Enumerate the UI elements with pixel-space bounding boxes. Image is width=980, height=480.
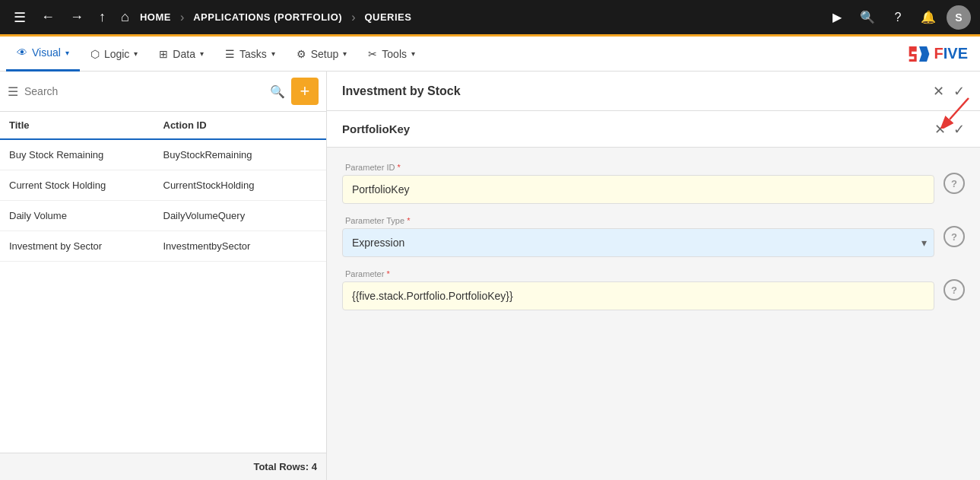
table-row[interactable]: Investment by Sector InvestmentbySector xyxy=(0,231,326,262)
nav-item-data[interactable]: ⊞ Data ▾ xyxy=(148,37,214,72)
hamburger-icon[interactable]: ☰ xyxy=(9,6,30,29)
logic-icon: ⬡ xyxy=(90,48,100,60)
tools-label: Tools xyxy=(382,48,407,60)
five-logo-icon xyxy=(904,43,934,65)
investment-panel-header: Investment by Stock ✕ ✓ xyxy=(327,72,980,111)
up-icon[interactable]: ↑ xyxy=(94,6,110,28)
breadcrumb-sep-1: › xyxy=(180,11,184,24)
svg-marker-1 xyxy=(919,46,929,62)
parameter-type-help-icon[interactable]: ? xyxy=(944,226,965,247)
sub-panel-check-container: ✓ xyxy=(953,121,965,138)
parameter-field: Parameter * xyxy=(342,269,934,310)
row-title: Daily Volume xyxy=(9,210,163,221)
back-icon[interactable]: ← xyxy=(36,6,59,28)
row-title: Current Stock Holding xyxy=(9,180,163,191)
logic-caret: ▾ xyxy=(134,49,138,58)
add-button[interactable]: + xyxy=(291,78,319,105)
table-header: Title Action ID xyxy=(0,112,326,140)
parameter-input[interactable] xyxy=(342,281,934,310)
filter-icon: ☰ xyxy=(8,84,18,99)
play-icon[interactable]: ▶ xyxy=(825,5,849,30)
forward-icon[interactable]: → xyxy=(65,6,88,28)
top-navigation: ☰ ← → ↑ ⌂ HOME › APPLICATIONS (PORTFOLIO… xyxy=(0,0,980,37)
panel-save-button[interactable]: ✓ xyxy=(953,83,965,100)
parameter-id-label: Parameter ID * xyxy=(342,163,934,172)
sub-check-icon: ✓ xyxy=(953,121,965,138)
row-action-id: BuyStockRemaining xyxy=(163,149,318,161)
visual-caret: ▾ xyxy=(65,49,69,57)
search-bar: ☰ 🔍 + xyxy=(0,72,326,112)
parameter-id-help-icon[interactable]: ? xyxy=(944,173,965,194)
search-icon[interactable]: 🔍 xyxy=(270,84,285,99)
table-row[interactable]: Buy Stock Remaining BuyStockRemaining xyxy=(0,140,326,170)
row-action-id: InvestmentbySector xyxy=(163,240,318,252)
setup-caret: ▾ xyxy=(343,49,347,58)
data-icon: ⊞ xyxy=(159,48,168,60)
investment-panel-title: Investment by Stock xyxy=(342,84,933,98)
parameter-type-field: Parameter Type * Expression Field Value … xyxy=(342,216,934,257)
nav-item-setup[interactable]: ⚙ Setup ▾ xyxy=(286,37,358,72)
nav-item-tasks[interactable]: ☰ Tasks ▾ xyxy=(214,37,286,72)
table-row[interactable]: Current Stock Holding CurrentStockHoldin… xyxy=(0,170,326,201)
parameter-type-select[interactable]: Expression Field Value xyxy=(342,228,934,257)
nav-search-icon[interactable]: 🔍 xyxy=(855,5,880,30)
user-avatar[interactable]: S xyxy=(947,5,971,30)
table-footer: Total Rows: 4 xyxy=(0,453,326,480)
parameter-id-field: Parameter ID * xyxy=(342,163,934,204)
main-content: ☰ 🔍 + Title Action ID Buy Stock Remainin… xyxy=(0,72,980,480)
panel-header-actions: ✕ ✓ xyxy=(933,83,965,100)
form-area: Parameter ID * ? Parameter Type * xyxy=(327,148,980,326)
nav-item-tools[interactable]: ✂ Tools ▾ xyxy=(357,37,426,72)
parameter-label: Parameter * xyxy=(342,269,934,278)
second-navigation: 👁 Visual ▾ ⬡ Logic ▾ ⊞ Data ▾ ☰ Tasks ▾ … xyxy=(0,37,980,72)
tools-icon: ✂ xyxy=(368,48,377,60)
setup-icon: ⚙ xyxy=(297,48,306,60)
portfolio-key-title: PortfolioKey xyxy=(342,122,934,135)
tasks-caret: ▾ xyxy=(271,49,275,58)
table-row[interactable]: Daily Volume DailyVolumeQuery xyxy=(0,201,326,231)
search-input[interactable] xyxy=(24,85,264,97)
data-caret: ▾ xyxy=(200,49,204,58)
home-icon[interactable]: ⌂ xyxy=(116,6,134,28)
row-title: Buy Stock Remaining xyxy=(9,149,163,161)
breadcrumb-home[interactable]: HOME xyxy=(140,11,171,23)
right-panel: Investment by Stock ✕ ✓ PortfolioKey ✕ ✓ xyxy=(327,72,980,480)
row-action-id: CurrentStockHolding xyxy=(163,180,318,191)
sub-panel-save-button[interactable]: ✓ xyxy=(953,121,965,138)
parameter-id-row: Parameter ID * ? xyxy=(342,163,965,204)
data-label: Data xyxy=(173,48,195,60)
table-rows: Buy Stock Remaining BuyStockRemaining Cu… xyxy=(0,140,326,453)
visual-icon: 👁 xyxy=(17,46,27,59)
breadcrumb-sep-2: › xyxy=(351,11,355,24)
row-title: Investment by Sector xyxy=(9,240,163,252)
parameter-type-label: Parameter Type * xyxy=(342,216,934,225)
setup-label: Setup xyxy=(311,48,339,60)
nav-bell-icon[interactable]: 🔔 xyxy=(916,5,940,30)
sub-panel-actions: ✕ ✓ xyxy=(934,121,965,138)
parameter-row: Parameter * ? xyxy=(342,269,965,310)
visual-label: Visual xyxy=(32,46,61,59)
sub-panel-close-button[interactable]: ✕ xyxy=(934,121,946,138)
parameter-type-row: Parameter Type * Expression Field Value … xyxy=(342,216,965,257)
check-icon: ✓ xyxy=(953,83,965,100)
nav-item-logic[interactable]: ⬡ Logic ▾ xyxy=(80,37,148,72)
tasks-icon: ☰ xyxy=(225,48,235,60)
left-panel: ☰ 🔍 + Title Action ID Buy Stock Remainin… xyxy=(0,72,327,480)
panel-close-button[interactable]: ✕ xyxy=(933,83,944,100)
breadcrumb-queries[interactable]: QUERIES xyxy=(364,11,411,23)
total-rows-label: Total Rows: 4 xyxy=(253,461,317,472)
parameter-type-select-wrapper: Expression Field Value ▾ xyxy=(342,228,934,257)
logic-label: Logic xyxy=(104,48,129,60)
svg-marker-0 xyxy=(909,46,916,62)
tools-caret: ▾ xyxy=(411,49,415,58)
nav-help-icon[interactable]: ? xyxy=(886,5,910,30)
column-title: Title xyxy=(9,119,163,131)
sub-close-icon: ✕ xyxy=(934,121,946,138)
column-action-id: Action ID xyxy=(163,119,318,131)
nav-item-visual[interactable]: 👁 Visual ▾ xyxy=(6,37,80,72)
tasks-label: Tasks xyxy=(239,48,267,60)
row-action-id: DailyVolumeQuery xyxy=(163,210,318,221)
parameter-id-input[interactable] xyxy=(342,175,934,204)
breadcrumb-applications[interactable]: APPLICATIONS (PORTFOLIO) xyxy=(193,11,342,23)
parameter-help-icon[interactable]: ? xyxy=(944,279,965,300)
